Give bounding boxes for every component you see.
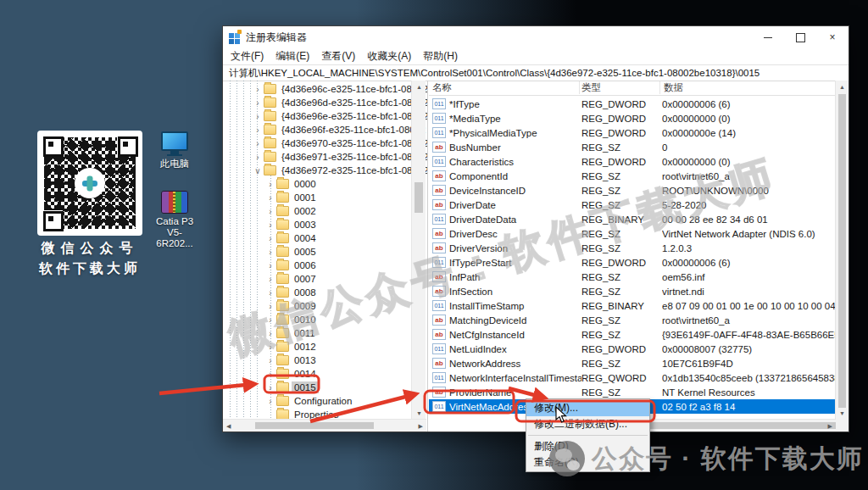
expander-icon[interactable]: › — [253, 139, 262, 148]
title-bar[interactable]: 注册表编辑器 × — [223, 26, 849, 48]
column-header-name[interactable]: 名称 — [429, 81, 580, 94]
registry-value-row[interactable]: ab ComponentId REG_SZ root\virtnet60_a — [429, 169, 836, 183]
tree-item[interactable]: › {4d36e96c-e325-11ce-bfc1-08002 — [223, 82, 414, 96]
expander-icon[interactable]: › — [266, 207, 275, 216]
scroll-right-icon[interactable]: ▶ — [419, 423, 423, 429]
expander-icon[interactable]: › — [253, 85, 262, 94]
registry-value-row[interactable]: ab DeviceInstanceID REG_SZ ROOT\UNKNOWN\… — [429, 183, 836, 198]
scrollbar-thumb[interactable] — [415, 182, 423, 213]
scrollbar-thumb[interactable] — [255, 422, 374, 429]
scroll-up-icon[interactable]: ▲ — [416, 84, 422, 90]
registry-value-row[interactable]: ab InfSection REG_SZ virtnet.ndi — [429, 284, 836, 298]
minimize-button[interactable] — [752, 26, 784, 48]
expander-icon[interactable]: › — [266, 261, 275, 270]
context-menu-item[interactable]: 修改(M)... — [526, 400, 649, 416]
expander-icon[interactable]: › — [266, 288, 275, 298]
desktop-icon-this-pc[interactable]: 此电脑 — [149, 131, 200, 170]
tree-item[interactable]: › 0000 — [223, 177, 414, 191]
expander-icon[interactable]: › — [253, 153, 262, 162]
scroll-down-icon[interactable]: ▼ — [839, 410, 845, 416]
expander-icon[interactable]: › — [266, 234, 275, 243]
registry-value-row[interactable]: 011 NetLuidIndex REG_DWORD 0x00008007 (3… — [429, 342, 836, 356]
address-bar[interactable]: 计算机\HKEY_LOCAL_MACHINE\SYSTEM\ControlSet… — [223, 64, 849, 81]
registry-value-row[interactable]: 011 *MediaType REG_DWORD 0x00000000 (0) — [429, 111, 836, 125]
tree-item[interactable]: › 0013 — [223, 354, 414, 367]
tree-item[interactable]: › 0012 — [223, 340, 414, 354]
scrollbar-thumb[interactable] — [650, 422, 849, 429]
expander-icon[interactable]: › — [266, 302, 275, 311]
menu-bar-item[interactable]: 文件(F) — [225, 49, 270, 64]
tree-item[interactable]: ∨ {4d36e972-e325-11ce-bfc1-08002 — [223, 164, 414, 177]
expander-icon[interactable]: ∨ — [253, 166, 262, 175]
expander-icon[interactable]: › — [266, 315, 275, 325]
tree-item[interactable]: › {4d36e96e-e325-11ce-bfc1-08002 — [223, 109, 414, 123]
registry-value-row[interactable]: ab DriverVersion REG_SZ 1.2.0.3 — [429, 241, 836, 255]
context-menu-item[interactable] — [526, 432, 649, 438]
expander-icon[interactable]: › — [266, 383, 275, 393]
scroll-right-icon[interactable]: ▶ — [828, 423, 832, 429]
tree-item[interactable]: › 0011 — [223, 326, 414, 340]
scroll-left-icon[interactable]: ◀ — [226, 423, 231, 429]
maximize-button[interactable] — [784, 26, 816, 48]
registry-value-row[interactable]: ab NetCfgInstanceId REG_SZ {93E6149F-0AF… — [429, 327, 836, 342]
expander-icon[interactable]: › — [266, 342, 275, 352]
tree-item[interactable]: › 0001 — [223, 191, 414, 204]
registry-value-row[interactable]: 011 Characteristics REG_DWORD 0x00000000… — [429, 154, 836, 169]
tree-item[interactable]: › 0003 — [223, 218, 414, 231]
tree-item[interactable]: › 0014 — [223, 367, 414, 381]
tree-vertical-scrollbar[interactable]: ▲ ▼ — [411, 81, 426, 420]
registry-value-row[interactable]: ab DriverDesc REG_SZ VirtNet Network Ada… — [429, 226, 836, 241]
expander-icon[interactable]: › — [266, 329, 275, 338]
tree-item[interactable]: › {4d36e96d-e325-11ce-bfc1-08002 — [223, 96, 414, 109]
registry-value-row[interactable]: ab BusNumber REG_SZ 0 — [429, 140, 836, 154]
tree-item[interactable]: › 0005 — [223, 245, 414, 259]
column-header-type[interactable]: 类型 — [580, 81, 660, 94]
expander-icon[interactable]: › — [266, 180, 275, 189]
menu-bar-item[interactable]: 帮助(H) — [417, 49, 464, 64]
expander-icon[interactable]: › — [266, 356, 275, 365]
tree-item[interactable]: › {4d36e971-e325-11ce-bfc1-08002 — [223, 150, 414, 164]
desktop-icon-catia[interactable]: Catia P3 V5-6R202... — [149, 191, 200, 249]
scroll-up-icon[interactable]: ▲ — [839, 84, 845, 90]
tree-item[interactable]: › 0006 — [223, 259, 414, 272]
expander-icon[interactable]: › — [266, 397, 275, 406]
menu-bar-item[interactable]: 编辑(E) — [270, 49, 315, 64]
expander-icon[interactable]: › — [266, 248, 275, 257]
menu-bar-item[interactable]: 收藏夹(A) — [361, 49, 417, 64]
expander-icon[interactable]: › — [253, 125, 262, 135]
expander-icon[interactable]: › — [266, 370, 275, 379]
registry-value-row[interactable]: 011 *IfType REG_DWORD 0x00000006 (6) — [429, 97, 836, 111]
scroll-down-icon[interactable]: ▼ — [416, 410, 422, 416]
menu-bar-item[interactable]: 查看(V) — [315, 49, 361, 64]
tree-item[interactable]: › 0008 — [223, 286, 414, 299]
registry-value-row[interactable]: 011 IfTypePreStart REG_DWORD 0x00000006 … — [429, 255, 836, 270]
tree-item[interactable]: › 0004 — [223, 231, 414, 245]
scrollbar-thumb[interactable] — [838, 94, 846, 408]
context-menu-item[interactable]: 删除(D) — [526, 438, 649, 454]
context-menu-item[interactable]: 修改二进制数据(B)... — [526, 416, 649, 432]
list-horizontal-scrollbar[interactable]: ◀ ▶ — [635, 419, 836, 432]
tree-item[interactable]: › {4d36e970-e325-11ce-bfc1-08002 — [223, 136, 414, 150]
tree-item[interactable]: › 0010 — [223, 313, 414, 326]
expander-icon[interactable]: › — [253, 98, 262, 108]
registry-value-row[interactable]: ab DriverDate REG_SZ 5-28-2020 — [429, 198, 836, 212]
registry-value-row[interactable]: 011 DriverDateData REG_BINARY 00 00 28 e… — [429, 212, 836, 226]
registry-value-row[interactable]: 011 NetworkInterfaceInstallTimesta... RE… — [429, 370, 836, 385]
registry-value-row[interactable]: 011 InstallTimeStamp REG_BINARY e8 07 09… — [429, 298, 836, 313]
tree-item[interactable]: › 0009 — [223, 299, 414, 313]
registry-value-row[interactable]: ab MatchingDeviceId REG_SZ root\virtnet6… — [429, 313, 836, 327]
registry-value-row[interactable]: ab InfPath REG_SZ oem56.inf — [429, 270, 836, 284]
expander-icon[interactable]: › — [266, 193, 275, 203]
tree-horizontal-scrollbar[interactable]: ◀ ▶ — [223, 419, 426, 432]
registry-value-row[interactable]: ab ProviderName REG_SZ NT Kernel Resourc… — [429, 385, 836, 399]
tree-item[interactable]: › Configuration — [223, 394, 414, 408]
expander-icon[interactable]: › — [266, 275, 275, 284]
tree-item[interactable]: › 0015 — [223, 381, 414, 394]
tree-item[interactable]: › 0002 — [223, 204, 414, 218]
registry-value-row[interactable]: ab NetworkAddress REG_SZ 10E7C61B9F4D — [429, 356, 836, 370]
expander-icon[interactable]: › — [266, 220, 275, 230]
context-menu-item[interactable]: 重命名(R) — [526, 454, 649, 471]
column-header-data[interactable]: 数据 — [660, 81, 836, 94]
list-vertical-scrollbar[interactable]: ▲ ▼ — [835, 81, 849, 420]
tree-item[interactable]: › {4d36e96f-e325-11ce-bfc1-08002 — [223, 123, 414, 136]
